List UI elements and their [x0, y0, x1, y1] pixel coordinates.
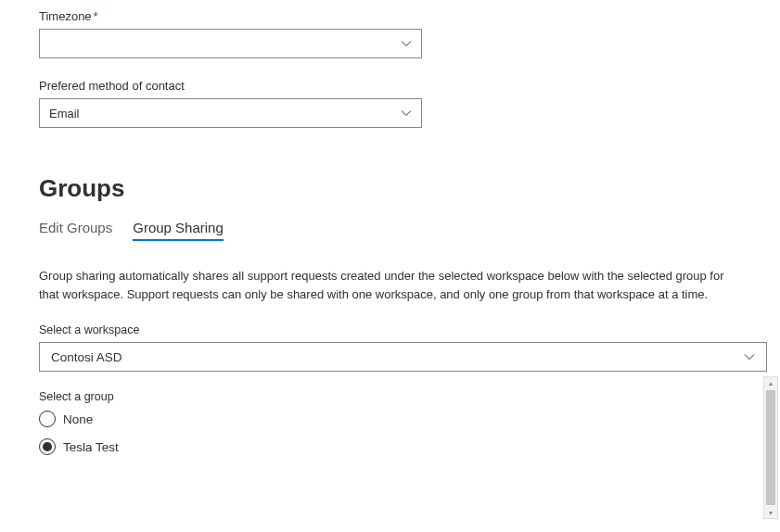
groups-heading: Groups — [39, 174, 743, 203]
chevron-down-icon — [744, 351, 755, 362]
group-label: Select a group — [39, 390, 743, 403]
tab-group-sharing[interactable]: Group Sharing — [133, 220, 224, 241]
scrollbar-thumb[interactable] — [766, 390, 775, 505]
workspace-select[interactable]: Contosi ASD — [39, 342, 767, 372]
required-indicator: * — [94, 9, 98, 23]
radio-icon — [39, 438, 56, 455]
workspace-label: Select a workspace — [39, 323, 743, 336]
scroll-down-arrow-icon[interactable]: ▾ — [764, 507, 777, 518]
sharing-description: Group sharing automatically shares all s… — [39, 267, 743, 303]
group-option-tesla[interactable]: Tesla Test — [39, 438, 743, 455]
tab-edit-groups[interactable]: Edit Groups — [39, 220, 112, 241]
chevron-down-icon — [401, 108, 412, 119]
group-option-tesla-label: Tesla Test — [63, 440, 119, 454]
vertical-scrollbar[interactable]: ▴ ▾ — [763, 376, 778, 519]
timezone-label: Timezone* — [39, 9, 743, 23]
group-tabs: Edit Groups Group Sharing — [39, 220, 743, 241]
group-option-none-label: None — [63, 412, 93, 426]
contact-method-value: Email — [49, 107, 401, 120]
timezone-select[interactable] — [39, 29, 422, 58]
chevron-down-icon — [401, 38, 412, 49]
contact-method-select[interactable]: Email — [39, 98, 422, 128]
group-option-none[interactable]: None — [39, 411, 743, 427]
radio-icon — [39, 411, 56, 427]
contact-method-label: Prefered method of contact — [39, 79, 743, 93]
group-radio-group: None Tesla Test — [39, 411, 743, 455]
scroll-up-arrow-icon[interactable]: ▴ — [764, 377, 777, 388]
workspace-value: Contosi ASD — [51, 350, 744, 364]
